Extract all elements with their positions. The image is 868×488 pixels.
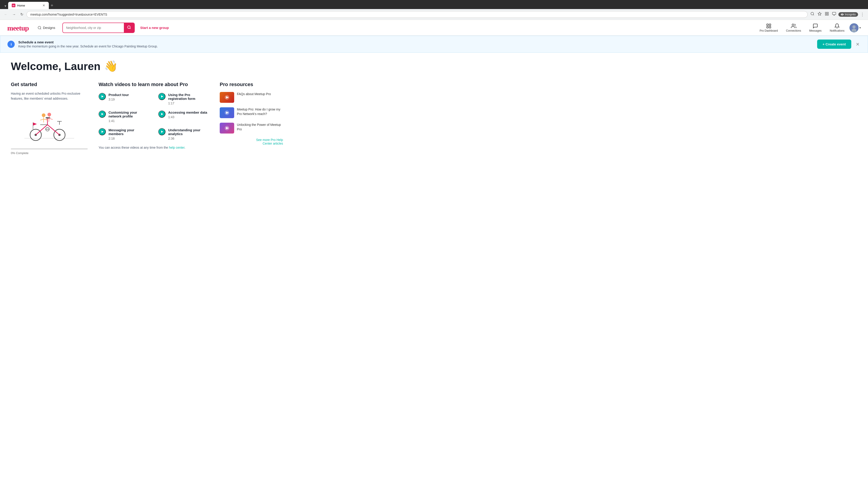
nav-pro-dashboard[interactable]: Pro Dashboard — [756, 22, 781, 34]
more-button[interactable]: ⋮ — [860, 11, 865, 18]
svg-point-11 — [38, 26, 41, 29]
extensions-button[interactable] — [824, 11, 830, 18]
main-content: Welcome, Lauren 👋 Get started Having an … — [0, 53, 294, 162]
address-bar[interactable] — [26, 11, 808, 18]
nav-connections[interactable]: Connections — [783, 22, 804, 34]
video-play-button[interactable] — [98, 128, 106, 135]
content-grid: Get started Having an event scheduled un… — [11, 82, 283, 155]
video-play-button[interactable] — [98, 110, 106, 118]
video-duration: 2:36 — [168, 137, 209, 140]
messages-icon — [813, 23, 818, 29]
location-search-button[interactable] — [124, 23, 134, 33]
tab-close-button[interactable]: ✕ — [42, 4, 45, 7]
video-title: Product tour — [108, 93, 149, 97]
videos-section: Watch videos to learn more about Pro Pro… — [98, 82, 209, 155]
video-title: Customizing your network profile — [108, 110, 149, 118]
header-search[interactable]: Designs — [37, 26, 55, 30]
meetup-logo[interactable]: meetup — [7, 24, 32, 32]
banner-close-button[interactable]: ✕ — [855, 41, 861, 48]
location-input[interactable] — [63, 24, 124, 32]
video-title: Messaging your members — [108, 128, 149, 136]
tab-group-button[interactable]: ▾ — [3, 3, 8, 9]
help-center-link[interactable]: help center — [169, 146, 185, 149]
svg-line-42 — [49, 116, 49, 122]
banner-description: Keep the momentum going in the new year.… — [18, 44, 813, 48]
browser-tab[interactable]: m Home ✕ — [8, 2, 49, 9]
pro-resources-title: Pro resources — [220, 82, 283, 88]
browser-chrome: ▾ m Home ✕ + — [0, 0, 868, 9]
video-duration: 1:41 — [108, 119, 149, 123]
svg-marker-46 — [33, 123, 37, 126]
resources-list: FAQs about Meetup ProMeetup Pro: How do … — [220, 92, 283, 133]
svg-rect-17 — [767, 26, 768, 28]
get-started-section: Get started Having an event scheduled un… — [11, 82, 88, 155]
get-started-description: Having an event scheduled unlocks Pro ex… — [11, 91, 88, 101]
see-more-link[interactable]: See more Pro HelpCenter articles — [220, 138, 283, 145]
svg-point-13 — [127, 26, 130, 29]
svg-line-1 — [813, 14, 814, 15]
resource-item: Unlocking the Power of Meetup Pro — [220, 123, 283, 133]
footnote-suffix: . — [184, 146, 185, 149]
create-event-button[interactable]: + Create event — [817, 39, 851, 49]
banner-icon: ℹ — [7, 41, 15, 48]
start-new-group-link[interactable]: Start a new group — [140, 26, 169, 30]
videos-grid: Product tour3:19Using the Pro registrati… — [98, 93, 209, 140]
forward-button[interactable]: → — [11, 11, 17, 18]
search-toolbar-button[interactable] — [809, 11, 815, 18]
banner-title: Schedule a new event — [18, 40, 813, 44]
resource-title[interactable]: Unlocking the Power of Meetup Pro — [237, 123, 283, 131]
incognito-badge: Incognito — [838, 12, 858, 17]
progress-bar-container — [11, 148, 88, 150]
connections-icon — [791, 23, 796, 29]
tab-label: Home — [17, 4, 25, 7]
center-articles-label: Center articles — [263, 142, 283, 145]
incognito-label: Incognito — [845, 13, 856, 16]
avatar-image — [850, 24, 858, 32]
nav-notifications[interactable]: Notifications — [827, 22, 848, 34]
videos-title: Watch videos to learn more about Pro — [98, 82, 209, 88]
video-play-button[interactable] — [158, 110, 165, 118]
pro-dashboard-label: Pro Dashboard — [760, 29, 778, 32]
video-play-button[interactable] — [158, 128, 165, 135]
location-search-bar — [62, 23, 135, 33]
video-item: Using the Pro registration form1:17 — [158, 93, 209, 105]
bookmark-button[interactable] — [817, 11, 823, 18]
search-submit-icon — [127, 25, 131, 29]
video-duration: 1:17 — [168, 101, 209, 105]
svg-text:meetup: meetup — [7, 24, 29, 32]
new-tab-button[interactable]: + — [49, 2, 55, 9]
video-item: Messaging your members2:18 — [98, 128, 149, 140]
reload-button[interactable]: ↻ — [19, 11, 25, 18]
get-started-title: Get started — [11, 82, 88, 88]
resource-thumbnail — [220, 92, 234, 103]
avatar-dropdown[interactable]: ▾ — [849, 23, 861, 32]
svg-rect-18 — [769, 26, 771, 28]
svg-point-41 — [48, 113, 51, 116]
svg-rect-7 — [833, 12, 836, 15]
resource-thumbnail — [220, 107, 234, 118]
video-play-button[interactable] — [158, 93, 165, 100]
svg-rect-6 — [826, 14, 827, 15]
svg-point-19 — [792, 24, 794, 26]
user-avatar — [849, 23, 859, 32]
video-play-button[interactable] — [98, 93, 106, 100]
profile-button[interactable] — [831, 11, 837, 18]
messages-label: Messages — [809, 29, 822, 32]
video-title: Understanding your analytics — [168, 128, 209, 136]
video-item: Customizing your network profile1:41 — [98, 110, 149, 123]
connections-label: Connections — [786, 29, 801, 32]
video-duration: 1:43 — [168, 115, 209, 119]
notifications-icon — [834, 23, 840, 29]
svg-rect-32 — [46, 117, 50, 119]
video-item: Accessing member data1:43 — [158, 110, 209, 123]
video-duration: 2:18 — [108, 137, 149, 140]
back-button[interactable]: ← — [3, 11, 9, 18]
video-title: Accessing member data — [168, 110, 209, 114]
see-more-label: See more Pro Help — [256, 138, 283, 142]
svg-marker-52 — [161, 131, 163, 133]
video-item: Understanding your analytics2:36 — [158, 128, 209, 140]
resource-title[interactable]: FAQs about Meetup Pro — [237, 92, 271, 96]
svg-marker-48 — [161, 95, 163, 98]
resource-title[interactable]: Meetup Pro: How do I grow my Pro Network… — [237, 107, 283, 116]
nav-messages[interactable]: Messages — [806, 22, 825, 34]
